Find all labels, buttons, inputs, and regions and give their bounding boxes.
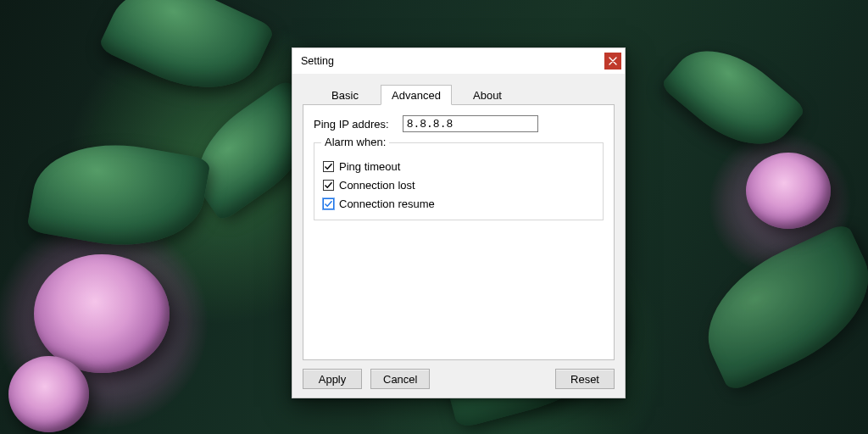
bg-flower — [8, 356, 89, 432]
bg-leaf — [685, 221, 868, 392]
checkbox-icon — [323, 161, 334, 172]
reset-button[interactable]: Reset — [555, 369, 615, 389]
bg-flower — [34, 254, 170, 373]
close-icon — [609, 57, 617, 65]
ping-ip-row: Ping IP addres: — [314, 115, 604, 132]
checkbox-icon — [323, 198, 334, 209]
ping-ip-input[interactable] — [403, 115, 538, 132]
tabpanel-advanced: Ping IP addres: Alarm when: Ping timeout… — [303, 104, 615, 360]
bg-leaf — [660, 27, 807, 167]
settings-dialog: Setting Basic Advanced About Ping IP add… — [292, 47, 626, 398]
checkbox-label: Ping timeout — [339, 160, 400, 173]
panel-filler — [314, 229, 604, 349]
ping-ip-label: Ping IP addres: — [314, 118, 389, 131]
titlebar[interactable]: Setting — [292, 48, 625, 74]
dialog-body: Basic Advanced About Ping IP addres: Ala… — [292, 74, 625, 398]
checkbox-icon — [323, 180, 334, 191]
close-button[interactable] — [604, 53, 621, 70]
checkbox-connection-resume[interactable]: Connection resume — [323, 194, 594, 213]
cancel-button[interactable]: Cancel — [370, 369, 430, 389]
checkbox-connection-lost[interactable]: Connection lost — [323, 175, 594, 194]
checkbox-ping-timeout[interactable]: Ping timeout — [323, 157, 594, 175]
button-bar: Apply Cancel Reset — [303, 360, 615, 389]
bg-flower — [746, 153, 831, 229]
tab-basic[interactable]: Basic — [309, 86, 381, 104]
alarm-legend: Alarm when: — [321, 136, 389, 148]
checkbox-label: Connection resume — [339, 198, 435, 210]
button-bar-spacer — [438, 369, 547, 389]
checkbox-label: Connection lost — [339, 179, 415, 192]
tab-about[interactable]: About — [452, 86, 523, 104]
tab-advanced[interactable]: Advanced — [381, 85, 452, 105]
window-title: Setting — [301, 55, 604, 67]
bg-leaf — [26, 131, 211, 260]
bg-leaf — [97, 0, 275, 113]
apply-button[interactable]: Apply — [303, 369, 362, 389]
tabstrip: Basic Advanced About — [303, 84, 615, 104]
alarm-groupbox: Alarm when: Ping timeout Connection lost — [314, 142, 604, 220]
